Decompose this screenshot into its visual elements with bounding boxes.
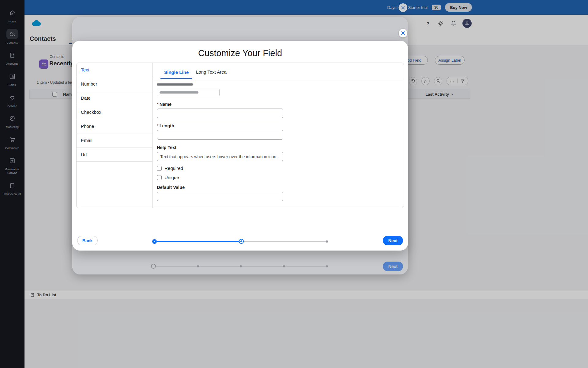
name-input[interactable] [157,109,283,118]
progress-stepper: ✓ [152,238,328,245]
step-dot-icon [326,240,328,243]
unique-checkbox-row: Unique [157,175,404,180]
detail-body: * Name * Length Help Text [153,79,404,201]
field-type-number[interactable]: Number [77,77,152,91]
field-type-text[interactable]: Text [77,63,152,77]
modal-close-icon[interactable] [399,29,407,37]
screen: Home Contacts Accounts Sales Service [0,0,588,368]
detail-tabs: Single Line Long Text Area [153,63,404,79]
tab-long-text-area[interactable]: Long Text Area [192,69,230,79]
tab-single-line[interactable]: Single Line [160,70,192,79]
length-input[interactable] [157,130,283,140]
field-preview-input-skeleton [157,89,220,96]
default-value-field-label: Default Value [157,185,404,190]
field-type-panel: Text Number Date Checkbox Phone Email Ur… [76,63,404,208]
field-preview-label-skeleton [157,83,193,86]
unique-checkbox[interactable] [157,175,162,180]
length-field-label: * Length [157,123,404,128]
required-checkbox-row: Required [157,166,404,171]
required-asterisk: * [157,102,159,107]
customize-field-modal: Customize Your Field Text Number Date Ch… [72,41,408,251]
required-checkbox-label: Required [164,166,183,171]
default-value-input[interactable] [157,192,283,201]
help-text-field-label: Help Text [157,145,404,150]
back-sheet-close-icon [399,3,407,12]
next-button[interactable]: Next [383,236,403,245]
step-complete-icon: ✓ [152,239,157,244]
field-type-checkbox[interactable]: Checkbox [77,105,152,119]
required-checkbox[interactable] [157,166,162,171]
step-current-icon [239,239,244,244]
field-type-date[interactable]: Date [77,91,152,105]
required-asterisk: * [157,123,159,128]
field-type-list: Text Number Date Checkbox Phone Email Ur… [77,63,153,208]
field-preview-value-skeleton [160,91,198,94]
back-button[interactable]: Back [77,236,98,245]
field-type-url[interactable]: Url [77,148,152,162]
modal-title: Customize Your Field [72,48,408,58]
help-text-input[interactable] [157,152,283,161]
name-field-label: * Name [157,102,404,107]
unique-checkbox-label: Unique [164,175,179,180]
field-type-email[interactable]: Email [77,133,152,148]
field-detail-pane: Single Line Long Text Area * Name * [153,63,404,208]
field-type-phone[interactable]: Phone [77,119,152,133]
